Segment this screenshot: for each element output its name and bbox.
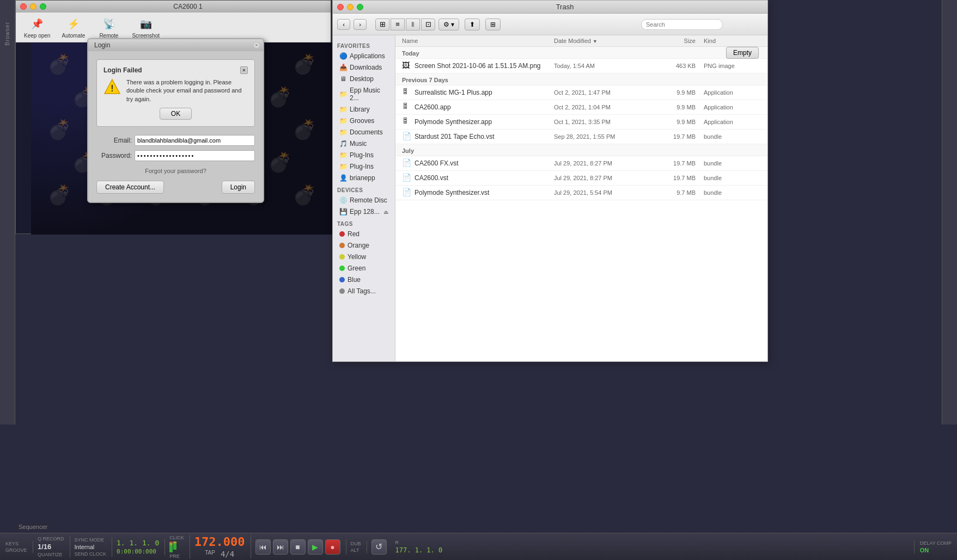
file-size: 9.7 MB: [652, 189, 696, 196]
browser-label: Browser: [4, 22, 10, 46]
delay-comp-label: DELAY COMP: [920, 540, 952, 546]
maximize-button[interactable]: [40, 3, 46, 10]
sidebar-item-brianepp[interactable]: 👤 brianepp: [335, 173, 393, 183]
sidebar-item-documents[interactable]: 📁 Documents: [335, 127, 393, 138]
automate-button[interactable]: ⚡ Automate: [61, 16, 86, 39]
action-button[interactable]: ⚙ ▾: [438, 19, 459, 30]
password-input[interactable]: [135, 150, 255, 161]
finder-close-button[interactable]: [337, 4, 344, 10]
size-column-header[interactable]: Size: [652, 38, 696, 44]
sidebar-item-all-tags[interactable]: All Tags...: [335, 286, 393, 297]
gear-icon: ⚙: [443, 21, 449, 28]
tag-orange-dot: [339, 243, 345, 248]
sidebar-item-tag-blue[interactable]: Blue: [335, 274, 393, 285]
view-column-button[interactable]: ⫴: [406, 19, 420, 30]
login-button[interactable]: Login: [222, 181, 255, 194]
remote-button[interactable]: 📡 Remote: [96, 16, 121, 39]
file-row[interactable]: 📄 Polymode Synthesizer.vst Jul 29, 2021,…: [395, 186, 767, 200]
eject-icon[interactable]: ⏏: [383, 209, 388, 215]
empty-button[interactable]: Empty: [726, 47, 759, 59]
stop-button[interactable]: ■: [290, 539, 306, 555]
view-cover-button[interactable]: ⊡: [421, 19, 435, 30]
sidebar-item-remote-disc[interactable]: 💿 Remote Disc: [335, 195, 393, 206]
more-button[interactable]: ⊞: [485, 19, 501, 30]
tags-label: TAGS: [333, 218, 395, 228]
sidebar-item-tag-orange[interactable]: Orange: [335, 240, 393, 251]
sidebar-item-downloads[interactable]: 📥 Downloads: [335, 62, 393, 73]
sidebar-item-tag-yellow[interactable]: Yellow: [335, 251, 393, 262]
tag-all-dot: [339, 288, 345, 294]
play-button[interactable]: ▶: [308, 539, 323, 555]
create-account-button[interactable]: Create Account...: [96, 181, 164, 194]
sidebar-item-tag-red[interactable]: Red: [335, 229, 393, 239]
sidebar-item-plugins-1[interactable]: 📁 Plug-Ins: [335, 150, 393, 161]
password-label: Password:: [96, 152, 132, 159]
screenshot-button[interactable]: 📷 Screenshot: [132, 16, 160, 39]
finder-titlebar: Trash: [333, 1, 767, 14]
sidebar-item-plugins-2[interactable]: 📁 Plug-Ins: [335, 161, 393, 172]
file-row[interactable]: 🎛 CA2600.app Oct 2, 2021, 1:04 PM 9.9 MB…: [395, 100, 767, 115]
file-date: Oct 2, 2021, 1:47 PM: [554, 89, 652, 96]
screenshot-label: Screenshot: [132, 33, 160, 39]
kind-column-header[interactable]: Kind: [696, 38, 761, 44]
pre-label: PRE: [169, 553, 184, 559]
file-row[interactable]: 🖼 Screen Shot 2021-10-06 at 1.51.15 AM.p…: [395, 59, 767, 73]
file-icon: 🖼: [402, 61, 412, 71]
tag-red-dot: [339, 231, 345, 237]
remote-disc-icon: 💿: [339, 196, 347, 204]
share-button[interactable]: ⬆: [465, 19, 480, 30]
sidebar-item-tag-green[interactable]: Green: [335, 263, 393, 274]
automate-label: Automate: [62, 33, 85, 39]
finder-minimize-button[interactable]: [347, 4, 353, 10]
forgot-password-link[interactable]: Forgot your password?: [145, 168, 206, 174]
sync-section: SYNC MODE Internal SEND CLOCK: [75, 537, 113, 557]
view-icon-button[interactable]: ⊞: [375, 19, 389, 30]
loop-button[interactable]: ↺: [371, 539, 387, 555]
login-failed-title-bar: Login Failed ×: [103, 66, 248, 74]
sidebar-item-library[interactable]: 📁 Library: [335, 104, 393, 115]
sync-value: Internal: [75, 544, 107, 550]
view-list-button[interactable]: ≡: [391, 19, 405, 30]
view-buttons: ⊞ ≡ ⫴ ⊡: [375, 19, 435, 30]
date-column-header[interactable]: Date Modified ▼: [554, 38, 652, 44]
delay-comp-section: DELAY COMP ON: [914, 540, 952, 553]
file-name: Screen Shot 2021-10-06 at 1.51.15 AM.png: [415, 62, 554, 70]
forward-button[interactable]: ›: [353, 19, 367, 30]
file-name: Polymode Synthesizer.vst: [415, 189, 554, 196]
sidebar-item-desktop[interactable]: 🖥 Desktop: [335, 73, 393, 84]
file-row[interactable]: 🎛 Polymode Synthesizer.app Oct 1, 2021, …: [395, 115, 767, 130]
file-row[interactable]: 🎛 Surrealistic MG-1 Plus.app Oct 2, 2021…: [395, 85, 767, 100]
name-column-header[interactable]: Name: [402, 38, 554, 44]
file-row[interactable]: 📄 CA2600 FX.vst Jul 29, 2021, 8:27 PM 19…: [395, 156, 767, 171]
rewind-button[interactable]: ⏮: [255, 539, 271, 555]
search-input[interactable]: [641, 19, 723, 30]
sidebar-item-epp-disk[interactable]: 💾 Epp 128... ⏏: [335, 206, 393, 217]
login-close-button[interactable]: ×: [253, 42, 260, 48]
sidebar-item-epp-music[interactable]: 📁 Epp Music 2...: [335, 85, 393, 103]
tag-label: Red: [348, 230, 359, 238]
position-display: 1. 1. 1. 0: [117, 539, 159, 547]
time-display: 0:00:00:000: [117, 548, 159, 555]
finder-maximize-button[interactable]: [357, 4, 363, 10]
login-failed-title-text: Login Failed: [103, 66, 142, 74]
sidebar-item-applications[interactable]: 🔵 Applications: [335, 51, 393, 61]
sidebar-item-label: Plug-Ins: [350, 151, 374, 159]
section-today: Today: [395, 47, 767, 59]
ok-button[interactable]: OK: [160, 108, 192, 120]
sidebar-item-music[interactable]: 🎵 Music: [335, 138, 393, 149]
email-input[interactable]: [135, 135, 255, 146]
keep-open-button[interactable]: 📌 Keep open: [24, 16, 50, 39]
login-failed-close-button[interactable]: ×: [240, 66, 248, 74]
record-button[interactable]: ●: [325, 539, 340, 555]
back-button[interactable]: ‹: [337, 19, 350, 30]
fast-forward-button[interactable]: ⏭: [273, 539, 288, 555]
sidebar-item-grooves[interactable]: 📁 Grooves: [335, 115, 393, 126]
file-row[interactable]: 📄 Stardust 201 Tape Echo.vst Sep 28, 202…: [395, 130, 767, 144]
file-name: CA2600.app: [415, 103, 554, 111]
close-button[interactable]: [20, 3, 27, 10]
on-label: ON: [920, 547, 952, 553]
minimize-button[interactable]: [30, 3, 36, 10]
alt-label: ALT: [351, 547, 361, 553]
more-icon: ⊞: [490, 21, 496, 28]
file-row[interactable]: 📄 CA2600.vst Jul 29, 2021, 8:27 PM 19.7 …: [395, 171, 767, 186]
